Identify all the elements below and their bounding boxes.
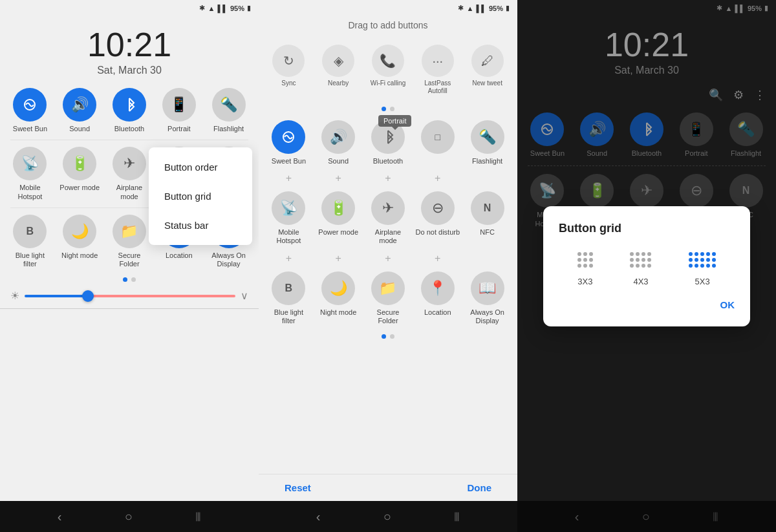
m-toggle-power[interactable]: 🔋 Power mode [314,186,363,250]
plus10 [462,252,512,265]
add-new-tweet[interactable]: 🖊 New tweet [462,41,512,99]
m-toggle-location[interactable]: 📍 Location [413,266,462,330]
m-toggle-hotspot[interactable]: 📡 Mobile Hotspot [264,186,314,250]
grid-4x3-option[interactable]: 4X3 [626,248,655,286]
add-lastpass[interactable]: ··· LastPass Autofill [413,41,462,99]
menu-button-order[interactable]: Button order [149,153,252,182]
m-dnd-icon: ⊖ [421,191,455,225]
grid-3x3-dots [574,248,597,271]
m-toggle-sound[interactable]: 🔊 Sound [314,115,363,171]
middle-bottom-nav: ‹ ○ ⫴ [259,501,517,532]
new-tweet-label: New tweet [472,80,502,87]
toggle-flashlight[interactable]: 🔦 Flashlight [204,83,253,138]
wifi-calling-label: Wi-Fi calling [371,80,405,87]
m-nav-recents[interactable]: ⫴ [454,509,460,524]
nav-back[interactable]: ‹ [58,509,62,524]
plus5 [462,172,512,185]
grid-3x3-option[interactable]: 3X3 [574,248,597,286]
sweet-bun-label: Sweet Bun [13,125,47,133]
m-toggle-airplane[interactable]: ✈ Airplane mode [363,186,413,250]
m-toggle-dnd[interactable]: ⊖ Do not disturb [413,186,462,250]
toggle-sound[interactable]: 🔊 Sound [55,83,105,138]
m-sound-label: Sound [328,157,349,165]
m-dnd-label: Do not disturb [416,228,460,237]
menu-button-grid[interactable]: Button grid [149,182,252,211]
m-toggle-secure-folder[interactable]: 📁 Secure Folder [363,266,413,330]
m-toggle-sweet-bun[interactable]: Sweet Bun [264,115,314,171]
m-nav-back[interactable]: ‹ [316,509,321,524]
portrait-label: Portrait [167,125,190,133]
brightness-row[interactable]: ☀ ∨ [0,286,259,306]
m-toggle-blue-light[interactable]: B Blue light filter [264,266,314,330]
middle-panel: ✱ ▲ ▌▌ 95% ▮ Drag to add buttons ↻ Sync … [259,0,517,532]
brightness-low-icon: ☀ [10,290,19,302]
m-night-icon: 🌙 [321,271,355,305]
m-toggle-flashlight[interactable]: 🔦 Flashlight [462,115,512,171]
toggle-bluetooth[interactable]: Bluetooth [105,83,155,138]
sweet-bun-icon [13,88,47,122]
m-aod-icon: 📖 [471,271,504,305]
lastpass-label: LastPass Autofill [414,80,461,95]
toggle-portrait[interactable]: 📱 Portrait [154,83,204,138]
dialog-ok-button[interactable]: OK [720,299,735,310]
toggle-mobile-hotspot[interactable]: 📡 Mobile Hotspot [5,142,55,206]
toggle-power-mode[interactable]: 🔋 Power mode [55,142,105,206]
night-mode-icon: 🌙 [63,215,96,248]
add-wifi-calling[interactable]: 📞 Wi-Fi calling [363,41,413,99]
plus-row2: + + + + [259,251,517,266]
m-toggle-aod[interactable]: 📖 Always On Display [462,266,512,330]
toggle-airplane-mode[interactable]: ✈ Airplane mode [105,142,155,206]
mobile-hotspot-label: Mobile Hotspot [8,184,52,200]
m-battery-text: 95% [489,5,503,12]
grid-5x3-option[interactable]: 5X3 [685,248,720,286]
m-dot-active [382,107,386,111]
m-hotspot-label: Mobile Hotspot [266,228,311,245]
nav-recents[interactable]: ⫴ [195,509,201,524]
m-nav-home[interactable]: ○ [383,509,391,524]
button-grid-dialog: Button grid 3X3 [543,206,750,326]
nearby-label: Nearby [328,80,349,87]
left-pagination [0,273,259,286]
m-nfc-label: NFC [480,228,495,237]
m-toggle-nfc[interactable]: N NFC [462,186,512,250]
menu-status-bar[interactable]: Status bar [149,211,252,240]
middle-status-bar: ✱ ▲ ▌▌ 95% ▮ [259,0,517,14]
toggle-night-mode[interactable]: 🌙 Night mode [55,209,105,273]
m-toggle-night[interactable]: 🌙 Night mode [314,266,363,330]
toggle-blue-light[interactable]: B Blue light filter [5,209,55,273]
left-clock-area: 10:21 Sat, March 30 [0,14,259,83]
add-buttons-strip: ↻ Sync ◈ Nearby 📞 Wi-Fi calling ··· Last… [259,37,517,103]
nav-home[interactable]: ○ [125,509,133,524]
reset-button[interactable]: Reset [285,482,311,493]
grid-3x3-label: 3X3 [577,277,592,286]
aod-label: Always On Display [206,251,251,268]
left-bottom-nav: ‹ ○ ⫴ [0,501,259,532]
blue-light-icon: B [13,215,47,248]
add-nearby[interactable]: ◈ Nearby [314,41,363,99]
left-toggle-row1: Sweet Bun 🔊 Sound Bluetooth 📱 Portrait 🔦… [0,83,259,138]
night-mode-label: Night mode [61,251,98,260]
toggle-sweet-bun[interactable]: Sweet Bun [5,83,55,138]
m-blue-light-label: Blue light filter [266,308,311,325]
dot-active [123,277,127,282]
toggle-secure-folder[interactable]: 📁 Secure Folder [105,209,155,273]
flashlight-icon: 🔦 [212,88,246,122]
grid-options: 3X3 4X3 [559,248,735,286]
brightness-track[interactable] [25,295,235,297]
brightness-thumb[interactable] [82,290,94,302]
m-location-icon: 📍 [421,271,455,305]
separator1 [10,140,248,140]
brightness-expand-icon[interactable]: ∨ [241,290,248,302]
sound-label: Sound [69,125,90,133]
dialog-overlay: Button grid 3X3 [517,0,776,532]
middle-pagination-bottom [259,330,517,343]
airplane-label: Airplane mode [107,184,152,200]
bottom-divider [0,308,259,309]
left-date: Sat, March 30 [97,65,162,76]
middle-pagination-top [259,103,517,115]
done-button[interactable]: Done [468,482,492,493]
m-toggle-portrait[interactable]: □ [413,115,462,171]
dot-inactive [131,277,136,282]
grid-4x3-label: 4X3 [633,277,648,286]
add-sync[interactable]: ↻ Sync [264,41,314,99]
